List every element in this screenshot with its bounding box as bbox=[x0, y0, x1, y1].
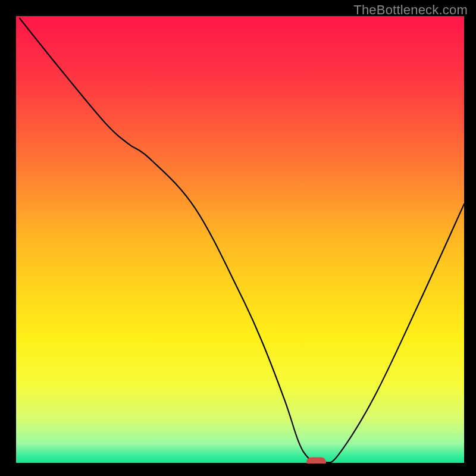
optimal-marker bbox=[306, 457, 326, 464]
bottleneck-chart bbox=[16, 16, 464, 464]
plot-area bbox=[16, 16, 464, 464]
chart-root: TheBottleneck.com bbox=[0, 0, 476, 476]
chart-background bbox=[16, 16, 464, 464]
